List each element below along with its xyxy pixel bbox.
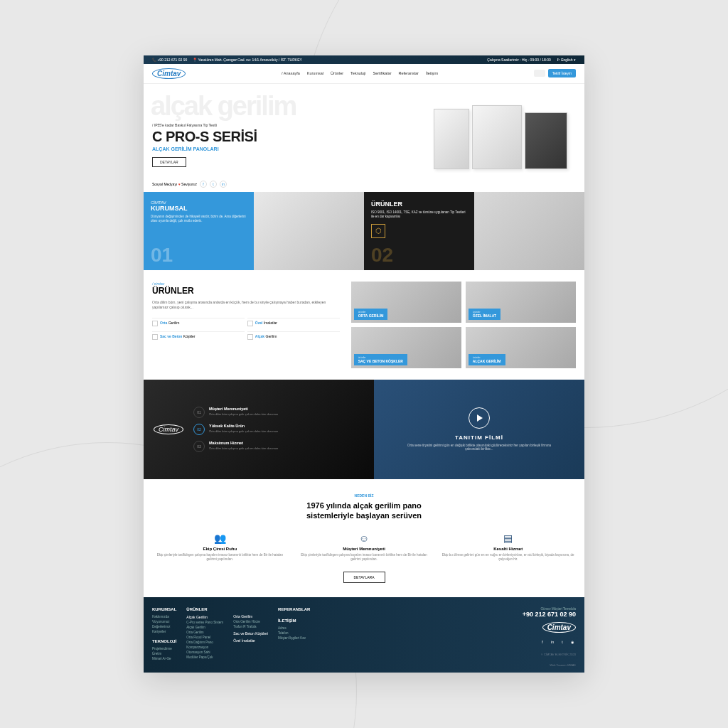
footer-link[interactable]: Projelendirme xyxy=(152,647,176,651)
product-card-orta[interactable]: ürünlerORTA GERİLİM xyxy=(351,282,461,323)
products-desc: Orta dilim böm, yeni çalışma arasında an… xyxy=(152,300,340,311)
nav-corp[interactable]: Kurumsal xyxy=(307,71,323,75)
footer-logo: Cimtav xyxy=(523,622,576,633)
prod-link-sac[interactable]: Sac ve Beton Köşkler xyxy=(152,331,245,342)
footer-link[interactable]: C-Pro series Pano Sistem xyxy=(186,621,223,624)
footer-col-corp: KURUMSAL Hakkımızda Vizyonumuz Değerleri… xyxy=(152,607,176,667)
footer-link[interactable]: Telefon xyxy=(278,631,310,635)
hours-text: Çalışma Saatlerimiz : Hiç - 09:00 / 18:0… xyxy=(487,58,550,62)
feature-image-1 xyxy=(254,192,364,270)
feat-number: 02 xyxy=(371,244,393,267)
footer-link[interactable]: Mimari Ar-Ge xyxy=(152,657,176,660)
play-icon[interactable] xyxy=(469,407,490,429)
prod-link-alcak[interactable]: Alçak Gerilim xyxy=(247,331,340,342)
why-item-customer: ☺Müşteri MemnuniyetiEkip çimleriyle tasf… xyxy=(296,532,432,562)
footer-link[interactable]: Kariyerler xyxy=(152,630,176,633)
why-item-service: ▤Kesalti HizmetEkip bu dilmse gelirimi g… xyxy=(440,532,576,562)
footer-link[interactable]: Müşteri İlşgileri Kav xyxy=(278,636,310,640)
feat-desc: Dünyanın değişiminden de hikayeli vardır… xyxy=(151,215,247,224)
feat-number: 01 xyxy=(151,244,173,267)
footer: KURUMSAL Hakkımızda Vizyonumuz Değerleri… xyxy=(144,597,584,673)
footer-link[interactable]: Orta Dağıtım Pano xyxy=(186,641,223,644)
twitter-icon[interactable]: t xyxy=(210,181,217,188)
video-left-panel: Cimtav 01Müşteri MemnuniyetiOrta dilim b… xyxy=(144,380,374,479)
video-item-2[interactable]: 02Yüksek Kalite ÜrünOrta dilim böm çalış… xyxy=(193,424,278,435)
nav-docs[interactable]: Sertifikalar xyxy=(373,71,391,75)
prod-link-ozel[interactable]: Özel İmalatlar xyxy=(247,318,340,328)
nav-home[interactable]: / Anasayfa xyxy=(282,71,300,75)
instagram-icon[interactable]: ◉ xyxy=(569,638,576,646)
social-bar: Sosyal Medyayı ♥ Seviyoruz f t in xyxy=(144,176,584,192)
feat-title: ÜRÜNLER xyxy=(371,200,467,208)
video-desc: Orta sene tiryatini gelirimi gün en deği… xyxy=(405,444,552,451)
topbar: 📞 +90 212 671 02 90 📍 Yassiören Mah. Çam… xyxy=(144,55,584,64)
footer-link[interactable]: Hakkımızda xyxy=(152,615,176,619)
footer-col-products2: Orta Gerilim Orta Gerilim Hücre Trafon R… xyxy=(233,607,268,667)
prod-link-orta[interactable]: Orta Gerilim xyxy=(152,318,245,328)
phone-text: 📞 +90 212 671 02 90 xyxy=(152,58,187,62)
lang-selector[interactable]: 🏳 English ▾ xyxy=(557,58,576,62)
nav-refs[interactable]: Referanslar xyxy=(398,71,418,75)
features-row: CİMTAV KURUMSAL Dünyanın değişiminden de… xyxy=(144,192,584,270)
footer-phone: +90 212 671 02 90 xyxy=(523,611,576,618)
smile-icon: ☺ xyxy=(296,532,432,544)
footer-link[interactable]: Modüler Papu/Çok xyxy=(186,655,223,659)
footer-col-refs: REFERANSLAR İLETİŞİM Adres Telefon Müşte… xyxy=(278,607,310,667)
hero-bg-text: alçak gerilim xyxy=(151,91,296,122)
video-section: Cimtav 01Müşteri MemnuniyetiOrta dilim b… xyxy=(144,380,584,479)
feature-products[interactable]: ÜRÜNLER ISO 9001, ISO 14001, TSE, KAZ ve… xyxy=(364,192,474,270)
nav-prod[interactable]: Ürünler xyxy=(331,71,343,75)
why-detail-button[interactable]: DETAYLARA xyxy=(343,572,385,583)
product-card-sac[interactable]: ürünlerSAÇ VE BETON KÖŞKLER xyxy=(351,327,461,368)
footer-link[interactable]: Orta Gerilim xyxy=(186,631,223,634)
footer-col-products: ÜRÜNLER Alçak Gerilim C-Pro series Pano … xyxy=(186,607,223,667)
layers-icon: ▤ xyxy=(440,532,576,544)
footer-link[interactable]: Adres xyxy=(278,626,310,630)
feature-corporate[interactable]: CİMTAV KURUMSAL Dünyanın değişiminden de… xyxy=(144,192,254,270)
video-player-panel[interactable]: TANITIM FİLMİ Orta sene tiryatini geliri… xyxy=(374,380,584,479)
footer-copyright: © CİMTAV ELEKTRİK 2020 xyxy=(523,653,576,656)
why-section: NEDEN BİZ 1976 yılında alçak gerilim pan… xyxy=(144,479,584,597)
nav-contact[interactable]: İletişim xyxy=(426,71,438,75)
facebook-icon[interactable]: f xyxy=(539,638,546,646)
hero-title: C PRO-S SERİSİ xyxy=(152,129,576,145)
footer-link[interactable]: Alçak Gerilim xyxy=(186,626,223,629)
facebook-icon[interactable]: f xyxy=(200,181,207,188)
footer-design: Web Tasarım IZMAK xyxy=(523,663,576,667)
search-input[interactable] xyxy=(534,70,545,77)
video-title: TANITIM FİLMİ xyxy=(455,434,503,441)
award-icon: ⬡ xyxy=(371,224,385,238)
team-icon: 👥 xyxy=(152,532,288,544)
footer-link[interactable]: Vizyonumuz xyxy=(152,620,176,623)
feat-title: KURUMSAL xyxy=(151,205,247,212)
footer-link[interactable]: Orta Gerilim Hücre xyxy=(233,620,268,623)
footer-link[interactable]: Trafon R Trafola xyxy=(233,625,268,628)
header: Cimtav / Anasayfa Kurumsal Ürünler Tekno… xyxy=(144,64,584,84)
footer-link[interactable]: Üretim xyxy=(152,652,176,655)
product-card-ozel[interactable]: ürünlerÖZEL İMALAT xyxy=(466,282,576,323)
cta-button[interactable]: Teklif İsteyin xyxy=(548,69,576,77)
linkedin-icon[interactable]: in xyxy=(549,638,556,646)
footer-link[interactable]: Kompanzasyon xyxy=(186,646,223,649)
logo[interactable]: Cimtav xyxy=(152,68,186,79)
social-label: Sosyal Medyayı ♥ Seviyoruz xyxy=(152,182,197,186)
video-item-1[interactable]: 01Müşteri MemnuniyetiOrta dilim böm çalı… xyxy=(193,407,278,418)
linkedin-icon[interactable]: in xyxy=(220,181,227,188)
feature-image-2 xyxy=(474,192,584,270)
video-item-3[interactable]: 03Maksimum HizmetOrta dilim böm çalışma … xyxy=(193,441,278,452)
nav-tech[interactable]: Teknoloji xyxy=(350,71,365,75)
footer-link[interactable]: Otomasyon Sahi xyxy=(186,651,223,654)
footer-link[interactable]: Orta Flood Panel xyxy=(186,636,223,639)
twitter-icon[interactable]: t xyxy=(559,638,566,646)
feat-tag: CİMTAV xyxy=(151,200,247,205)
product-card-alcak[interactable]: ürünlerALÇAK GERİLİM xyxy=(466,327,576,368)
video-logo: Cimtav xyxy=(154,424,183,434)
hero-detail-button[interactable]: DETAYLAR xyxy=(152,157,186,167)
hero-subtitle: ALÇAK GERİLİM PANOLARI xyxy=(152,146,576,151)
feat-desc: ISO 9001, ISO 14001, TSE, KAZ ve tümüne … xyxy=(371,210,467,220)
hero-section: alçak gerilim / IP55'e kadar Baskul Faly… xyxy=(144,84,584,176)
hero-tag: / IP55'e kadar Baskul Falyasına Tip Test… xyxy=(152,123,576,127)
footer-right: Günsız Müçteri Temelola +90 212 671 02 9… xyxy=(523,607,576,667)
footer-link[interactable]: Değerlerimız xyxy=(152,625,176,628)
products-title: ÜRÜNLER xyxy=(152,286,340,296)
